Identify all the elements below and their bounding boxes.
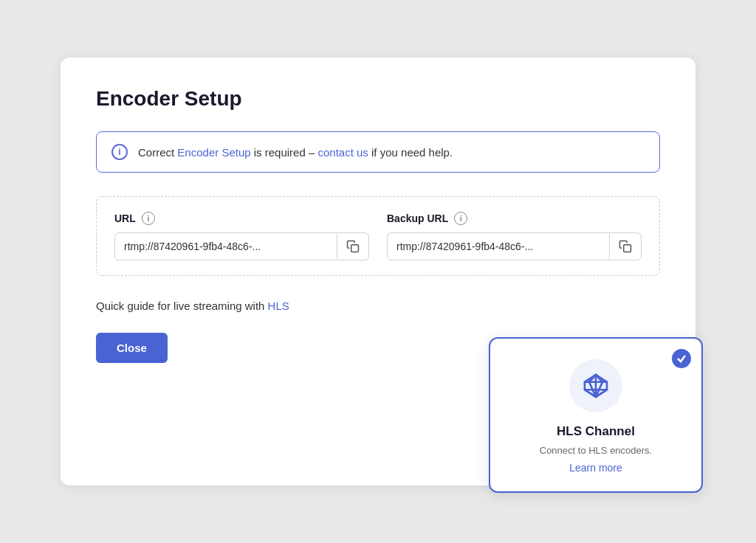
encoder-setup-card: Encoder Setup i Correct Encoder Setup is… — [61, 58, 695, 485]
backup-url-input-wrapper — [387, 232, 642, 260]
copy-icon — [346, 240, 360, 253]
diamond-icon — [583, 373, 609, 399]
url-label: URL — [114, 212, 136, 224]
check-badge — [672, 349, 691, 368]
page-title: Encoder Setup — [96, 87, 660, 111]
hls-guide: Quick guide for live streaming with HLS — [96, 300, 660, 312]
encoder-setup-link[interactable]: Encoder Setup — [177, 146, 250, 159]
svg-rect-0 — [351, 245, 359, 252]
backup-url-info-icon[interactable]: i — [454, 212, 467, 225]
info-icon: i — [111, 144, 128, 160]
check-icon — [676, 353, 687, 364]
backup-copy-icon — [619, 240, 632, 253]
hls-card-description: Connect to HLS encoders. — [540, 445, 652, 456]
url-input-wrapper — [114, 232, 369, 260]
banner-text: Correct Encoder Setup is required – cont… — [138, 146, 453, 159]
backup-url-label-row: Backup URL i — [387, 212, 642, 225]
learn-more-link[interactable]: Learn more — [569, 462, 622, 474]
info-banner: i Correct Encoder Setup is required – co… — [96, 131, 660, 173]
backup-url-copy-button[interactable] — [609, 234, 641, 259]
backup-url-input[interactable] — [388, 233, 609, 260]
url-input[interactable] — [115, 233, 337, 260]
svg-rect-1 — [624, 245, 631, 252]
url-info-icon[interactable]: i — [142, 212, 155, 225]
url-field: URL i — [114, 212, 369, 260]
backup-url-field: Backup URL i — [387, 212, 642, 260]
hls-channel-card[interactable]: HLS Channel Connect to HLS encoders. Lea… — [489, 337, 703, 493]
url-copy-button[interactable] — [337, 234, 368, 259]
url-label-row: URL i — [114, 212, 369, 225]
hls-link[interactable]: HLS — [268, 300, 289, 312]
contact-us-link[interactable]: contact us — [317, 146, 368, 159]
url-row: URL i Backup URL i — [114, 212, 642, 260]
url-section: URL i Backup URL i — [96, 196, 660, 276]
hls-card-title: HLS Channel — [557, 424, 635, 439]
close-button[interactable]: Close — [96, 333, 168, 363]
diamond-icon-bg — [569, 359, 622, 412]
hls-guide-text: Quick guide for live streaming with — [96, 300, 268, 312]
backup-url-label: Backup URL — [387, 212, 448, 224]
